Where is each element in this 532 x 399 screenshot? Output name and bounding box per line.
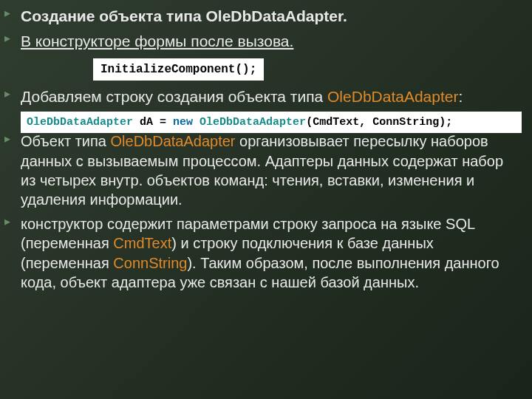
bullet-arrow-icon: ▸ bbox=[4, 214, 21, 230]
code-snippet-2: OleDbDataAdapter dA = new OleDbDataAdapt… bbox=[21, 112, 522, 133]
code-op: = bbox=[160, 116, 173, 129]
bullet-arrow-icon: ▸ bbox=[4, 132, 21, 147]
code-var: dA bbox=[133, 116, 160, 129]
code-args: (CmdText, ConnString); bbox=[306, 116, 452, 129]
code-text: InitializeComponent(); bbox=[93, 58, 264, 81]
code-snippet-1: InitializeComponent(); bbox=[4, 55, 522, 86]
bullet-text: Добавляем строку создания объекта типа O… bbox=[21, 86, 522, 107]
bullet-item-2: ▸ В конструкторе формы после вызова. bbox=[4, 31, 522, 52]
bullet-text: Объект типа OleDbDataAdapter организовыв… bbox=[21, 132, 522, 210]
bullet-item-4: ▸ Объект типа OleDbDataAdapter организов… bbox=[4, 132, 522, 210]
bullet-item-3: ▸ Добавляем строку создания объекта типа… bbox=[4, 86, 522, 107]
code-class: OleDbDataAdapter bbox=[200, 116, 306, 129]
bullet-arrow-icon: ▸ bbox=[4, 6, 21, 21]
bullet-text: В конструкторе формы после вызова. bbox=[21, 31, 522, 52]
variable-name: CmdText bbox=[113, 235, 171, 251]
bullet-item-5: ▸ конструктор содержит параметрами строк… bbox=[4, 214, 522, 293]
bullet-item-1: ▸ Создание объекта типа OleDbDataAdapter… bbox=[4, 6, 522, 27]
text-part: Объект типа bbox=[21, 133, 111, 149]
bullet-arrow-icon: ▸ bbox=[4, 31, 21, 47]
bullet-text: конструктор содержит параметрами строку … bbox=[21, 214, 522, 293]
code-space bbox=[193, 116, 200, 129]
class-name: OleDbDataAdapter bbox=[111, 133, 236, 149]
bullet-arrow-icon: ▸ bbox=[4, 86, 21, 102]
text-part: Добавляем строку создания объекта типа bbox=[21, 88, 327, 105]
class-name: OleDbDataAdapter bbox=[327, 88, 458, 105]
bullet-text: Создание объекта типа OleDbDataAdapter. bbox=[21, 6, 522, 27]
bullet-text-underlined: В конструкторе формы после вызова. bbox=[21, 33, 293, 50]
code-keyword: new bbox=[173, 116, 193, 129]
text-part: : bbox=[458, 88, 463, 105]
variable-name: ConnString bbox=[113, 255, 187, 271]
code-class: OleDbDataAdapter bbox=[27, 116, 133, 129]
